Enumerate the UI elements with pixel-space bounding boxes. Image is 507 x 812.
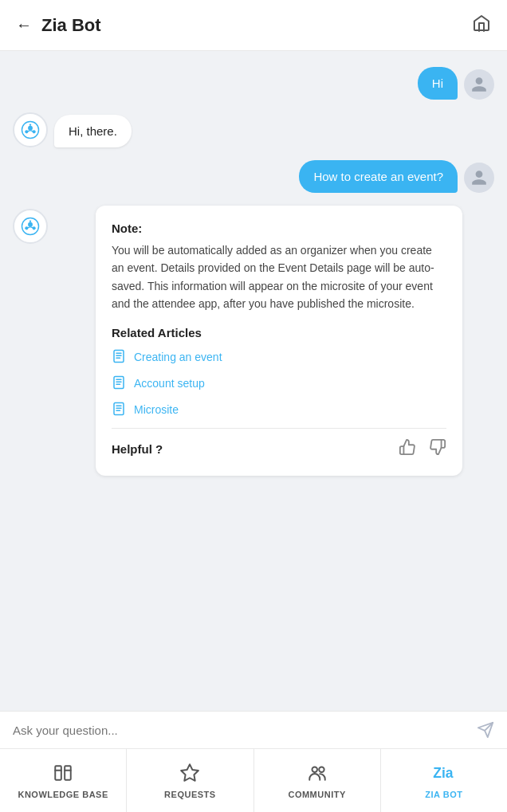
bot-avatar-1 — [13, 112, 48, 147]
svg-marker-34 — [182, 764, 199, 781]
nav-label-requests: REQUESTS — [164, 790, 216, 799]
chat-input[interactable] — [13, 724, 469, 737]
svg-point-14 — [29, 220, 31, 222]
bottom-nav: KNOWLEDGE BASE REQUESTS COMMUNITY Zia ZI… — [0, 748, 507, 812]
thumbs-up-button[interactable] — [399, 438, 416, 460]
send-button[interactable] — [477, 721, 494, 739]
header: ← Zia Bot — [0, 0, 507, 51]
nav-label-knowledge-base: KNOWLEDGE BASE — [18, 790, 108, 799]
article-link-microsite[interactable]: Microsite — [112, 402, 446, 418]
message-row: Hi — [13, 67, 494, 100]
helpful-row: Helpful ? — [112, 438, 446, 460]
note-card: Note: You will be automatically added as… — [96, 206, 462, 476]
bot-card-row: Note: You will be automatically added as… — [13, 206, 494, 476]
article-label-1: Creating an event — [134, 351, 222, 363]
user-message-hi: Hi — [418, 67, 458, 100]
svg-rect-30 — [55, 766, 61, 779]
divider — [112, 428, 446, 429]
related-articles-title: Related Articles — [112, 326, 446, 339]
knowledge-base-icon — [53, 763, 73, 787]
nav-item-requests[interactable]: REQUESTS — [127, 749, 254, 812]
bot-avatar-2 — [13, 209, 48, 244]
article-label-3: Microsite — [134, 403, 179, 416]
svg-point-6 — [29, 124, 31, 125]
home-icon[interactable] — [472, 14, 491, 37]
bot-message-row-1: Hi, there. — [13, 112, 494, 147]
note-label: Note: — [112, 222, 446, 235]
nav-label-community: COMMUNITY — [288, 790, 345, 799]
user-avatar — [464, 69, 494, 100]
user-message-event: How to create an event? — [299, 160, 458, 193]
user-avatar-2 — [464, 163, 494, 193]
nav-item-zia-bot[interactable]: Zia ZIA BOT — [381, 749, 507, 812]
svg-point-35 — [312, 767, 317, 772]
requests-icon — [179, 763, 200, 787]
zia-bot-icon: Zia — [432, 763, 456, 787]
svg-rect-31 — [65, 766, 71, 779]
note-text: You will be automatically added as an or… — [112, 241, 446, 313]
page-title: Zia Bot — [41, 15, 101, 36]
doc-icon-1 — [112, 349, 126, 366]
article-link-creating[interactable]: Creating an event — [112, 349, 446, 366]
community-icon — [307, 763, 328, 787]
thumbs-down-button[interactable] — [429, 438, 446, 460]
nav-item-community[interactable]: COMMUNITY — [254, 749, 381, 812]
header-left: ← Zia Bot — [16, 15, 101, 36]
article-link-account[interactable]: Account setup — [112, 375, 446, 392]
svg-text:Zia: Zia — [433, 765, 454, 781]
article-label-2: Account setup — [134, 377, 205, 390]
input-area — [0, 711, 507, 748]
nav-label-zia-bot: ZIA BOT — [425, 790, 462, 799]
message-row-2: How to create an event? — [13, 160, 494, 193]
nav-item-knowledge-base[interactable]: KNOWLEDGE BASE — [0, 749, 127, 812]
feedback-icons — [399, 438, 446, 460]
doc-icon-2 — [112, 375, 126, 392]
svg-point-36 — [319, 767, 324, 772]
helpful-text: Helpful ? — [112, 442, 163, 456]
bot-message-hithere: Hi, there. — [54, 115, 132, 147]
back-button[interactable]: ← — [16, 16, 32, 34]
chat-area: Hi Hi, there. How to create an event? — [0, 51, 507, 711]
doc-icon-3 — [112, 402, 126, 418]
